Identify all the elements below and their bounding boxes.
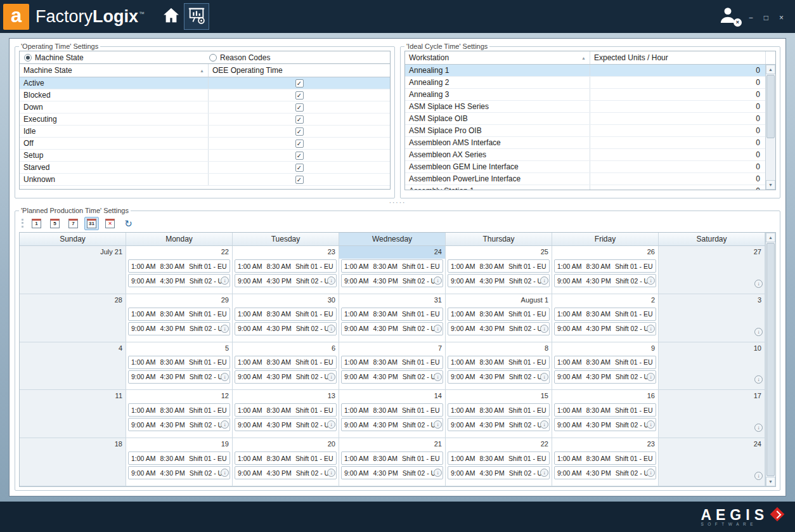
shift-entry-2[interactable]: 9:00 AM 4:30 PM Shift 02 - US ↓ xyxy=(235,418,337,431)
calendar-day-cell[interactable]: August 1 1:00 AM 8:30 AM Shift 01 - EU 9… xyxy=(446,294,552,342)
recurrence-button[interactable]: ↻ xyxy=(121,217,136,230)
splitter-handle[interactable]: ····· xyxy=(15,198,780,207)
shift-entry-1[interactable]: 1:00 AM 8:30 AM Shift 01 - EU xyxy=(235,403,337,417)
calendar-day-cell[interactable]: 27 ↓ xyxy=(659,246,765,294)
home-button[interactable] xyxy=(158,3,184,30)
checkbox-checked-icon[interactable]: ✓ xyxy=(295,152,304,160)
shift-expand-icon[interactable]: ↓ xyxy=(434,469,442,477)
calendar-day-cell[interactable]: 26 1:00 AM 8:30 AM Shift 01 - EU 9:00 AM… xyxy=(552,246,659,294)
workstation-row[interactable]: Assembleon PowerLine Interface 0 xyxy=(405,173,765,185)
shift-entry-1[interactable]: 1:00 AM 8:30 AM Shift 01 - EU xyxy=(341,308,443,321)
week-view-button[interactable]: 7 xyxy=(66,217,81,230)
calendar-day-cell[interactable]: 25 1:00 AM 8:30 AM Shift 01 - EU 9:00 AM… xyxy=(446,246,552,294)
workstation-row[interactable]: Assembleon AMS Interface 0 xyxy=(405,137,765,149)
calendar-day-cell[interactable]: 14 1:00 AM 8:30 AM Shift 01 - EU 9:00 AM… xyxy=(339,390,446,438)
shift-entry-1[interactable]: 1:00 AM 8:30 AM Shift 01 - EU xyxy=(128,259,230,273)
shift-expand-icon[interactable]: ↓ xyxy=(221,469,229,477)
calendar-day-cell[interactable]: 9 1:00 AM 8:30 AM Shift 01 - EU 9:00 AM … xyxy=(552,342,659,391)
shift-expand-icon[interactable]: ↓ xyxy=(327,420,335,429)
workstation-row[interactable]: ASM Siplace OIB 0 xyxy=(405,113,765,125)
calendar-day-cell[interactable]: 4 xyxy=(20,342,126,391)
oee-settings-button[interactable] xyxy=(184,3,209,30)
scrollbar-thumb[interactable] xyxy=(766,243,775,476)
workstation-row[interactable]: Assembly Station 1 0 xyxy=(405,185,765,190)
calendar-day-cell[interactable]: 23 1:00 AM 8:30 AM Shift 01 - EU 9:00 AM… xyxy=(233,246,339,294)
shift-expand-icon[interactable]: ↓ xyxy=(540,420,548,429)
calendar-day-cell[interactable]: 22 1:00 AM 8:30 AM Shift 01 - EU 9:00 AM… xyxy=(126,246,233,294)
more-items-icon[interactable]: ↓ xyxy=(754,424,763,432)
column-header-expected-units[interactable]: Expected Units / Hour xyxy=(590,51,765,64)
scroll-down-button[interactable]: ▼ xyxy=(766,477,775,486)
shift-entry-2[interactable]: 9:00 AM 4:30 PM Shift 02 - US ↓ xyxy=(341,322,443,335)
scrollbar-track[interactable] xyxy=(766,243,775,476)
shift-expand-icon[interactable]: ↓ xyxy=(647,420,655,429)
scrollbar-track[interactable] xyxy=(766,75,775,179)
day-view-button[interactable]: 1 xyxy=(29,217,44,230)
expected-units-cell[interactable]: 0 xyxy=(590,65,765,76)
shift-entry-2[interactable]: 9:00 AM 4:30 PM Shift 02 - US ↓ xyxy=(448,466,550,479)
shift-expand-icon[interactable]: ↓ xyxy=(647,276,655,285)
shift-entry-1[interactable]: 1:00 AM 8:30 AM Shift 01 - EU xyxy=(128,451,230,465)
calendar-day-cell[interactable]: 8 1:00 AM 8:30 AM Shift 01 - EU 9:00 AM … xyxy=(446,342,552,391)
shift-entry-1[interactable]: 1:00 AM 8:30 AM Shift 01 - EU xyxy=(448,308,550,321)
shift-entry-2[interactable]: 9:00 AM 4:30 PM Shift 02 - US ↓ xyxy=(235,370,337,384)
shift-entry-2[interactable]: 9:00 AM 4:30 PM Shift 02 - US ↓ xyxy=(554,466,656,479)
shift-expand-icon[interactable]: ↓ xyxy=(434,325,442,333)
calendar-day-cell[interactable]: 7 1:00 AM 8:30 AM Shift 01 - EU 9:00 AM … xyxy=(339,342,446,391)
calendar-day-cell[interactable]: 16 1:00 AM 8:30 AM Shift 01 - EU 9:00 AM… xyxy=(552,390,659,438)
shift-entry-1[interactable]: 1:00 AM 8:30 AM Shift 01 - EU xyxy=(448,259,550,273)
checkbox-checked-icon[interactable]: ✓ xyxy=(295,115,304,124)
shift-entry-1[interactable]: 1:00 AM 8:30 AM Shift 01 - EU xyxy=(341,259,443,273)
checkbox-checked-icon[interactable]: ✓ xyxy=(295,103,304,112)
shift-entry-2[interactable]: 9:00 AM 4:30 PM Shift 02 - US ↓ xyxy=(128,322,230,335)
checkbox-checked-icon[interactable]: ✓ xyxy=(295,139,304,148)
calendar-day-cell[interactable]: 2 1:00 AM 8:30 AM Shift 01 - EU 9:00 AM … xyxy=(552,294,659,342)
machine-state-row[interactable]: Off ✓ xyxy=(20,138,390,150)
shift-entry-1[interactable]: 1:00 AM 8:30 AM Shift 01 - EU xyxy=(341,403,443,417)
checkbox-checked-icon[interactable]: ✓ xyxy=(295,164,304,172)
shift-entry-2[interactable]: 9:00 AM 4:30 PM Shift 02 - US ↓ xyxy=(235,274,337,287)
shift-entry-2[interactable]: 9:00 AM 4:30 PM Shift 02 - US ↓ xyxy=(341,274,443,287)
close-button[interactable]: × xyxy=(779,14,784,22)
shift-entry-2[interactable]: 9:00 AM 4:30 PM Shift 02 - US ↓ xyxy=(554,370,656,384)
shift-entry-2[interactable]: 9:00 AM 4:30 PM Shift 02 - US ↓ xyxy=(448,370,550,384)
calendar-day-cell[interactable]: 13 1:00 AM 8:30 AM Shift 01 - EU 9:00 AM… xyxy=(233,390,339,438)
shift-entry-1[interactable]: 1:00 AM 8:30 AM Shift 01 - EU xyxy=(448,356,550,369)
work-week-view-button[interactable]: 5 xyxy=(48,217,62,230)
expected-units-cell[interactable]: 0 xyxy=(590,113,765,124)
shift-expand-icon[interactable]: ↓ xyxy=(540,373,548,381)
calendar-day-cell[interactable]: 15 1:00 AM 8:30 AM Shift 01 - EU 9:00 AM… xyxy=(446,390,552,438)
calendar-day-cell[interactable]: 6 1:00 AM 8:30 AM Shift 01 - EU 9:00 AM … xyxy=(233,342,339,391)
expected-units-cell[interactable]: 0 xyxy=(590,173,765,185)
shift-entry-2[interactable]: 9:00 AM 4:30 PM Shift 02 - US ↓ xyxy=(128,418,230,431)
shift-entry-2[interactable]: 9:00 AM 4:30 PM Shift 02 - US ↓ xyxy=(554,418,656,431)
calendar-scrollbar[interactable]: ▲ ▼ xyxy=(765,233,775,486)
calendar-day-cell[interactable]: 28 xyxy=(20,294,126,342)
shift-entry-2[interactable]: 9:00 AM 4:30 PM Shift 02 - US ↓ xyxy=(128,370,230,384)
shift-entry-1[interactable]: 1:00 AM 8:30 AM Shift 01 - EU xyxy=(554,259,656,273)
shift-entry-2[interactable]: 9:00 AM 4:30 PM Shift 02 - US ↓ xyxy=(448,418,550,431)
shift-entry-1[interactable]: 1:00 AM 8:30 AM Shift 01 - EU xyxy=(128,308,230,321)
shift-expand-icon[interactable]: ↓ xyxy=(540,325,548,333)
machine-state-row[interactable]: Starved ✓ xyxy=(20,162,390,174)
scrollbar-thumb[interactable] xyxy=(766,75,775,138)
shift-expand-icon[interactable]: ↓ xyxy=(434,373,442,381)
shift-expand-icon[interactable]: ↓ xyxy=(647,469,655,477)
shift-entry-1[interactable]: 1:00 AM 8:30 AM Shift 01 - EU xyxy=(554,356,656,369)
shift-expand-icon[interactable]: ↓ xyxy=(221,373,229,381)
shift-entry-2[interactable]: 9:00 AM 4:30 PM Shift 02 - US ↓ xyxy=(235,466,337,479)
calendar-day-cell[interactable]: 22 1:00 AM 8:30 AM Shift 01 - EU 9:00 AM… xyxy=(446,438,552,486)
shift-entry-1[interactable]: 1:00 AM 8:30 AM Shift 01 - EU xyxy=(554,451,656,465)
shift-entry-2[interactable]: 9:00 AM 4:30 PM Shift 02 - US ↓ xyxy=(554,274,656,287)
shift-entry-2[interactable]: 9:00 AM 4:30 PM Shift 02 - US ↓ xyxy=(128,274,230,287)
calendar-day-cell[interactable]: 18 xyxy=(20,438,126,486)
shift-expand-icon[interactable]: ↓ xyxy=(327,469,335,477)
shift-entry-2[interactable]: 9:00 AM 4:30 PM Shift 02 - US ↓ xyxy=(235,322,337,335)
calendar-day-cell[interactable]: 23 1:00 AM 8:30 AM Shift 01 - EU 9:00 AM… xyxy=(552,438,659,486)
shift-entry-1[interactable]: 1:00 AM 8:30 AM Shift 01 - EU xyxy=(554,403,656,417)
calendar-day-cell[interactable]: 24 ↓ xyxy=(659,438,765,486)
workstation-row[interactable]: Annealing 3 0 xyxy=(405,89,765,101)
shift-entry-2[interactable]: 9:00 AM 4:30 PM Shift 02 - US ↓ xyxy=(448,322,550,335)
expected-units-cell[interactable]: 0 xyxy=(590,89,765,100)
shift-expand-icon[interactable]: ↓ xyxy=(647,325,655,333)
